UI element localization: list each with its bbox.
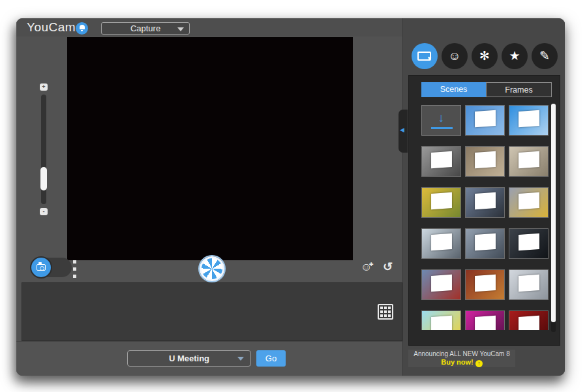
- app-launch-dropdown[interactable]: U Meeting: [127, 350, 251, 367]
- scene-insert-area: [475, 110, 496, 127]
- effects-nav: ♥☺✻★✎: [403, 43, 565, 70]
- scene-insert-area: [475, 151, 496, 168]
- scene-thumbnail-times-square-taxis[interactable]: [509, 187, 549, 218]
- download-icon-bar: [431, 127, 453, 129]
- nav-gadgets-button[interactable]: ✻: [472, 43, 498, 69]
- media-gallery-strip: [22, 282, 402, 341]
- more-options-button[interactable]: [73, 260, 77, 280]
- panel-collapse-tab[interactable]: ◀: [399, 110, 408, 153]
- scrollbar-track[interactable]: [551, 104, 556, 332]
- scene-thumbnail-billboard-blue-sky[interactable]: [465, 105, 505, 136]
- scene-insert-area: [519, 192, 539, 209]
- capture-controls-row: ☺ ✚ ↺: [16, 260, 402, 282]
- youcam-window: YouCam 8 Capture + - ☺ ✚: [16, 18, 565, 376]
- announcement-banner: Announcing ALL NEW YouCam 8 Buy now! ↑: [408, 350, 515, 367]
- scene-insert-area: [431, 192, 452, 209]
- scene-thumbnail-pink-concert[interactable]: [465, 310, 505, 330]
- scene-thumbnail-auditorium-screen[interactable]: [465, 269, 505, 300]
- tab-scenes[interactable]: Scenes: [421, 82, 486, 97]
- zoom-in-button[interactable]: +: [40, 83, 48, 91]
- camera-icon: [37, 264, 46, 271]
- effects-panel: ◀ ♥☺✻★✎ Scenes Frames ↓ Announcing ALL N…: [402, 18, 565, 376]
- gadgets-icon: ✻: [479, 49, 490, 63]
- scene-thumbnail-romantic-red[interactable]: [509, 310, 549, 330]
- scene-thumbnail-london-bus-street[interactable]: [421, 269, 461, 300]
- scrollbar-thumb[interactable]: [551, 104, 556, 322]
- nav-emoticons-button[interactable]: ☺: [442, 43, 468, 69]
- scene-insert-area: [431, 275, 452, 292]
- beautify-face-button[interactable]: ☺ ✚: [361, 262, 372, 273]
- up-arrow-icon: ↑: [475, 360, 483, 367]
- nav-scenes-button[interactable]: ♥: [412, 43, 438, 69]
- zoom-slider-handle[interactable]: [40, 167, 47, 190]
- scene-insert-area: [475, 192, 496, 209]
- emoticons-icon: ☺: [448, 49, 460, 63]
- scene-insert-area: [475, 316, 496, 330]
- bell-icon: [80, 25, 85, 29]
- scene-insert-area: [519, 316, 539, 330]
- tab-frames[interactable]: Frames: [486, 82, 552, 97]
- download-more-scenes-button[interactable]: ↓: [421, 105, 461, 136]
- scene-thumbnail-autumn-painter[interactable]: [421, 187, 461, 218]
- download-icon: ↓: [438, 112, 445, 125]
- scene-thumbnail-hand-held-photo[interactable]: [465, 146, 505, 177]
- scene-thumbnail-grayscale-hall[interactable]: [421, 146, 461, 177]
- sparkle-icon: ✚: [369, 259, 374, 270]
- scene-thumbnail-window-washers[interactable]: [421, 228, 461, 259]
- scene-thumbnail-stage-screens[interactable]: [509, 228, 549, 259]
- webcam-video-preview: [67, 37, 353, 260]
- scene-thumbnail-press-microphones[interactable]: [465, 228, 505, 259]
- scene-insert-area: [519, 275, 539, 292]
- camera-toggle-knob[interactable]: [30, 256, 52, 279]
- zoom-slider[interactable]: + -: [38, 83, 49, 215]
- main-section: YouCam 8 Capture + - ☺ ✚: [16, 18, 402, 376]
- go-button[interactable]: Go: [256, 350, 286, 367]
- mode-dropdown-value: Capture: [130, 23, 160, 33]
- scene-insert-area: [431, 234, 452, 250]
- notification-bell-button[interactable]: [76, 22, 88, 35]
- rotate-icon: ↺: [383, 260, 393, 273]
- announcement-text: Announcing ALL NEW YouCam 8: [408, 350, 515, 358]
- nav-avatars-button[interactable]: ★: [502, 43, 528, 69]
- app-launch-dropdown-value: U Meeting: [169, 354, 209, 363]
- scene-insert-area: [475, 234, 496, 250]
- zoom-out-button[interactable]: -: [40, 208, 48, 215]
- scene-thumbnail-skyscraper-city[interactable]: [509, 269, 549, 300]
- buy-now-link[interactable]: Buy now! ↑: [408, 358, 515, 367]
- scene-thumbnail-hot-air-balloons[interactable]: [509, 105, 549, 136]
- gallery-grid-view-button[interactable]: [378, 304, 393, 320]
- scene-insert-area: [519, 234, 539, 250]
- scene-insert-area: [431, 316, 452, 330]
- scene-insert-area: [519, 110, 539, 127]
- scene-insert-area: [431, 151, 452, 168]
- chevron-down-icon: [177, 27, 184, 31]
- scenes-frames-tabs: Scenes Frames: [421, 82, 552, 97]
- scenes-panel: Scenes Frames ↓: [408, 75, 560, 346]
- chevron-down-icon: [237, 357, 244, 361]
- scene-thumbnail-train-platform[interactable]: [465, 187, 505, 218]
- scene-thumbnail-cartoon-celebration[interactable]: [421, 310, 461, 330]
- scene-thumbnails-grid: ↓: [421, 105, 549, 330]
- nav-draw-button[interactable]: ✎: [532, 43, 558, 69]
- chevron-left-icon: ◀: [400, 127, 404, 133]
- snapshot-shutter-button[interactable]: [200, 256, 224, 281]
- mode-dropdown[interactable]: Capture: [101, 22, 190, 35]
- bottom-bar: U Meeting Go: [16, 341, 402, 376]
- rotate-button[interactable]: ↺: [383, 260, 393, 273]
- scene-insert-area: [519, 151, 539, 168]
- camera-mode-toggle[interactable]: [31, 258, 72, 277]
- scene-thumbnail-art-gallery[interactable]: [509, 146, 549, 177]
- scenes-frame-icon: ♥: [417, 52, 431, 61]
- draw-icon: ✎: [539, 49, 550, 63]
- avatars-icon: ★: [509, 49, 520, 63]
- scene-insert-area: [475, 275, 496, 292]
